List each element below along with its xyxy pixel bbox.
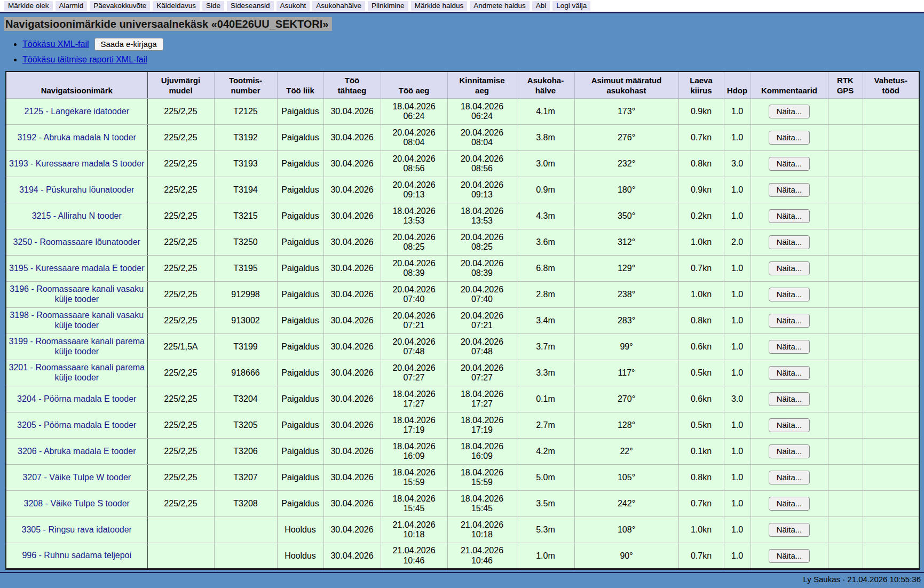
mark-name-link[interactable]: 2125 - Langekare idatooder (24, 107, 129, 116)
mark-name-link[interactable]: 3207 - Väike Tulpe W tooder (22, 473, 131, 482)
mark-name-link[interactable]: 3198 - Roomassaare kanali vasaku külje t… (10, 311, 144, 330)
show-comments-button[interactable]: Näita... (769, 209, 810, 223)
mark-name-link[interactable]: 3250 - Roomassaare lõunatooder (13, 237, 140, 247)
menu-item[interactable]: Märkide olek (4, 1, 53, 11)
menu-item[interactable]: Asukoht (277, 1, 310, 11)
table-row: 3305 - Ringsu rava idatooderHooldus30.04… (6, 517, 919, 543)
mark-name-link[interactable]: 3204 - Pöörna madala E tooder (17, 394, 136, 403)
show-comments-button[interactable]: Näita... (769, 444, 810, 458)
work-deadline-cell: 30.04.2026 (323, 543, 381, 569)
menu-item[interactable]: Käideldavus (153, 1, 200, 11)
production-number-cell: T2125 (214, 99, 277, 125)
menu-item[interactable]: Asukohahälve (312, 1, 365, 11)
menu-item[interactable]: Sideseansid (227, 1, 274, 11)
vessel-speed-cell: 0.7kn (678, 125, 724, 151)
comments-cell: Näita... (751, 308, 828, 334)
user-and-timestamp: Ly Saukas · 21.04.2026 10:55:36 (803, 575, 921, 584)
mark-name-link[interactable]: 3206 - Abruka madala E tooder (18, 447, 136, 456)
production-number-cell: T3208 (214, 491, 277, 517)
report-xml-link[interactable]: Töökäsu täitmise raporti XML-fail (22, 55, 147, 64)
send-email-button[interactable]: Saada e-kirjaga (94, 38, 163, 51)
workorder-xml-link[interactable]: Töökäsu XML-fail (22, 39, 89, 49)
column-header: Asukoha- hälve (517, 71, 574, 99)
mark-name-link[interactable]: 3201 - Roomassaare kanali parema külje t… (9, 363, 145, 382)
mark-name-link[interactable]: 3208 - Väike Tulpe S tooder (24, 499, 130, 508)
mark-name-link[interactable]: 3305 - Ringsu rava idatooder (22, 525, 132, 534)
position-deviation-cell: 3.0m (517, 151, 574, 177)
hdop-cell: 3.0 (724, 151, 751, 177)
column-header: Navigatsioonimärk (6, 71, 147, 99)
mark-name-cell: 3193 - Kuressaare madala S tooder (6, 151, 147, 177)
show-comments-button[interactable]: Näita... (769, 261, 810, 275)
mark-name-cell: 3208 - Väike Tulpe S tooder (6, 491, 147, 517)
menu-item[interactable]: Plinkimine (368, 1, 408, 11)
show-comments-button[interactable]: Näita... (769, 497, 810, 511)
mark-name-link[interactable]: 3205 - Pöörna madala E tooder (17, 420, 136, 430)
show-comments-button[interactable]: Näita... (769, 131, 810, 145)
show-comments-button[interactable]: Näita... (769, 157, 810, 171)
work-deadline-cell: 30.04.2026 (323, 99, 381, 125)
mark-name-cell: 3207 - Väike Tulpe W tooder (6, 465, 147, 491)
work-type-cell: Paigaldus (277, 125, 323, 151)
show-comments-button[interactable]: Näita... (769, 314, 810, 328)
rtk-gps-cell (828, 151, 863, 177)
hdop-cell: 2.0 (724, 229, 751, 256)
azimuth-cell: 270° (574, 386, 678, 412)
hdop-cell: 1.0 (724, 177, 751, 203)
azimuth-cell: 283° (574, 308, 678, 334)
menu-item[interactable]: Päevakokkuvõte (90, 1, 150, 11)
mark-name-link[interactable]: 3195 - Kuressaare madala E tooder (9, 264, 144, 273)
show-comments-button[interactable]: Näita... (769, 366, 810, 380)
position-deviation-cell: 3.3m (517, 360, 574, 386)
menu-item[interactable]: Märkide haldus (411, 1, 468, 11)
show-comments-button[interactable]: Näita... (769, 549, 810, 563)
menu-item[interactable]: Andmete haldus (470, 1, 530, 11)
show-comments-button[interactable]: Näita... (769, 288, 810, 301)
position-deviation-cell: 3.7m (517, 334, 574, 360)
show-comments-button[interactable]: Näita... (769, 471, 810, 484)
mark-name-cell: 3192 - Abruka madala N tooder (6, 125, 147, 151)
comments-cell: Näita... (751, 386, 828, 412)
position-deviation-cell: 2.7m (517, 412, 574, 439)
menu-item[interactable]: Alarmid (56, 1, 88, 11)
mark-name-link[interactable]: 3193 - Kuressaare madala S tooder (9, 159, 144, 168)
menu-item[interactable]: Side (202, 1, 224, 11)
comments-cell: Näita... (751, 177, 828, 203)
swap-works-cell (863, 125, 919, 151)
menu-item[interactable]: Logi välja (552, 1, 590, 11)
hdop-cell: 1.0 (724, 308, 751, 334)
table-row: 3192 - Abruka madala N tooder225/2,25T31… (6, 125, 919, 151)
azimuth-cell: 99° (574, 334, 678, 360)
show-comments-button[interactable]: Näita... (769, 523, 810, 537)
work-deadline-cell: 30.04.2026 (323, 308, 381, 334)
mark-name-link[interactable]: 3196 - Roomassaare kanali vasaku külje t… (10, 284, 144, 304)
work-type-cell: Paigaldus (277, 491, 323, 517)
azimuth-cell: 276° (574, 125, 678, 151)
work-time-cell: 18.04.2026 15:45 (381, 491, 447, 517)
swap-works-cell (863, 491, 919, 517)
vessel-speed-cell: 0.8kn (678, 151, 724, 177)
work-time-cell: 18.04.2026 13:53 (381, 203, 447, 229)
position-deviation-cell: 3.5m (517, 491, 574, 517)
show-comments-button[interactable]: Näita... (769, 105, 810, 118)
mark-name-link[interactable]: 996 - Ruhnu sadama teljepoi (22, 551, 131, 560)
work-type-cell: Paigaldus (277, 256, 323, 282)
azimuth-cell: 232° (574, 151, 678, 177)
show-comments-button[interactable]: Näita... (769, 418, 810, 432)
workorder-table: NavigatsioonimärkUjuvmärgi mudelTootmis-… (5, 71, 920, 570)
show-comments-button[interactable]: Näita... (769, 340, 810, 354)
mark-name-link[interactable]: 3199 - Roomassaare kanali parema külje t… (9, 337, 145, 356)
mark-name-link[interactable]: 3215 - Allirahu N tooder (32, 211, 122, 220)
show-comments-button[interactable]: Näita... (769, 392, 810, 406)
mark-name-link[interactable]: 3194 - Püskurahu lõunatooder (19, 185, 134, 194)
work-deadline-cell: 30.04.2026 (323, 386, 381, 412)
position-deviation-cell: 0.9m (517, 177, 574, 203)
comments-cell: Näita... (751, 543, 828, 569)
buoy-model-cell: 225/2,25 (147, 439, 214, 465)
menu-item[interactable]: Abi (532, 1, 550, 11)
show-comments-button[interactable]: Näita... (769, 235, 810, 249)
mark-name-link[interactable]: 3192 - Abruka madala N tooder (18, 133, 136, 142)
confirmation-time-cell: 20.04.2026 08:39 (447, 256, 517, 282)
swap-works-cell (863, 334, 919, 360)
show-comments-button[interactable]: Näita... (769, 183, 810, 197)
